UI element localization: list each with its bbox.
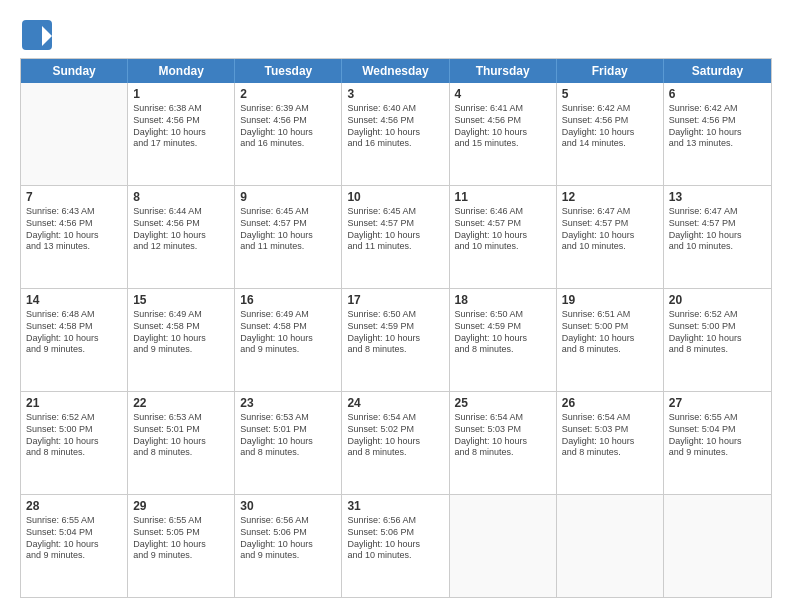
calendar-cell: 11Sunrise: 6:46 AM Sunset: 4:57 PM Dayli… (450, 186, 557, 288)
day-number: 10 (347, 189, 443, 205)
weekday-header: Wednesday (342, 59, 449, 83)
calendar-cell (21, 83, 128, 185)
day-number: 25 (455, 395, 551, 411)
calendar-cell: 6Sunrise: 6:42 AM Sunset: 4:56 PM Daylig… (664, 83, 771, 185)
calendar-cell: 23Sunrise: 6:53 AM Sunset: 5:01 PM Dayli… (235, 392, 342, 494)
day-number: 20 (669, 292, 766, 308)
calendar-cell: 16Sunrise: 6:49 AM Sunset: 4:58 PM Dayli… (235, 289, 342, 391)
calendar-cell: 14Sunrise: 6:48 AM Sunset: 4:58 PM Dayli… (21, 289, 128, 391)
day-info: Sunrise: 6:50 AM Sunset: 4:59 PM Dayligh… (347, 309, 443, 356)
day-number: 9 (240, 189, 336, 205)
day-number: 21 (26, 395, 122, 411)
day-info: Sunrise: 6:49 AM Sunset: 4:58 PM Dayligh… (240, 309, 336, 356)
day-info: Sunrise: 6:42 AM Sunset: 4:56 PM Dayligh… (669, 103, 766, 150)
day-info: Sunrise: 6:46 AM Sunset: 4:57 PM Dayligh… (455, 206, 551, 253)
day-info: Sunrise: 6:45 AM Sunset: 4:57 PM Dayligh… (347, 206, 443, 253)
day-info: Sunrise: 6:54 AM Sunset: 5:03 PM Dayligh… (455, 412, 551, 459)
calendar-row: 7Sunrise: 6:43 AM Sunset: 4:56 PM Daylig… (21, 186, 771, 289)
day-number: 30 (240, 498, 336, 514)
calendar-row: 1Sunrise: 6:38 AM Sunset: 4:56 PM Daylig… (21, 83, 771, 186)
calendar-cell: 31Sunrise: 6:56 AM Sunset: 5:06 PM Dayli… (342, 495, 449, 597)
day-info: Sunrise: 6:42 AM Sunset: 4:56 PM Dayligh… (562, 103, 658, 150)
calendar-cell: 1Sunrise: 6:38 AM Sunset: 4:56 PM Daylig… (128, 83, 235, 185)
calendar-cell: 28Sunrise: 6:55 AM Sunset: 5:04 PM Dayli… (21, 495, 128, 597)
day-info: Sunrise: 6:52 AM Sunset: 5:00 PM Dayligh… (26, 412, 122, 459)
day-number: 8 (133, 189, 229, 205)
day-info: Sunrise: 6:56 AM Sunset: 5:06 PM Dayligh… (347, 515, 443, 562)
calendar-cell (450, 495, 557, 597)
day-number: 28 (26, 498, 122, 514)
calendar-cell: 27Sunrise: 6:55 AM Sunset: 5:04 PM Dayli… (664, 392, 771, 494)
calendar-cell: 20Sunrise: 6:52 AM Sunset: 5:00 PM Dayli… (664, 289, 771, 391)
calendar-cell: 10Sunrise: 6:45 AM Sunset: 4:57 PM Dayli… (342, 186, 449, 288)
calendar-cell (557, 495, 664, 597)
day-number: 3 (347, 86, 443, 102)
calendar-cell: 17Sunrise: 6:50 AM Sunset: 4:59 PM Dayli… (342, 289, 449, 391)
day-info: Sunrise: 6:41 AM Sunset: 4:56 PM Dayligh… (455, 103, 551, 150)
calendar-cell: 12Sunrise: 6:47 AM Sunset: 4:57 PM Dayli… (557, 186, 664, 288)
calendar-cell: 3Sunrise: 6:40 AM Sunset: 4:56 PM Daylig… (342, 83, 449, 185)
calendar-header: SundayMondayTuesdayWednesdayThursdayFrid… (21, 59, 771, 83)
day-number: 23 (240, 395, 336, 411)
calendar-cell: 29Sunrise: 6:55 AM Sunset: 5:05 PM Dayli… (128, 495, 235, 597)
calendar-cell: 24Sunrise: 6:54 AM Sunset: 5:02 PM Dayli… (342, 392, 449, 494)
day-info: Sunrise: 6:52 AM Sunset: 5:00 PM Dayligh… (669, 309, 766, 356)
calendar-cell: 22Sunrise: 6:53 AM Sunset: 5:01 PM Dayli… (128, 392, 235, 494)
calendar-cell: 8Sunrise: 6:44 AM Sunset: 4:56 PM Daylig… (128, 186, 235, 288)
day-number: 6 (669, 86, 766, 102)
calendar-cell: 18Sunrise: 6:50 AM Sunset: 4:59 PM Dayli… (450, 289, 557, 391)
day-info: Sunrise: 6:45 AM Sunset: 4:57 PM Dayligh… (240, 206, 336, 253)
day-number: 18 (455, 292, 551, 308)
calendar-cell: 7Sunrise: 6:43 AM Sunset: 4:56 PM Daylig… (21, 186, 128, 288)
calendar-body: 1Sunrise: 6:38 AM Sunset: 4:56 PM Daylig… (21, 83, 771, 597)
day-number: 13 (669, 189, 766, 205)
day-info: Sunrise: 6:54 AM Sunset: 5:02 PM Dayligh… (347, 412, 443, 459)
calendar-cell: 25Sunrise: 6:54 AM Sunset: 5:03 PM Dayli… (450, 392, 557, 494)
day-number: 11 (455, 189, 551, 205)
calendar-cell (664, 495, 771, 597)
day-info: Sunrise: 6:47 AM Sunset: 4:57 PM Dayligh… (669, 206, 766, 253)
day-info: Sunrise: 6:53 AM Sunset: 5:01 PM Dayligh… (133, 412, 229, 459)
day-number: 16 (240, 292, 336, 308)
day-info: Sunrise: 6:51 AM Sunset: 5:00 PM Dayligh… (562, 309, 658, 356)
calendar-row: 14Sunrise: 6:48 AM Sunset: 4:58 PM Dayli… (21, 289, 771, 392)
calendar-cell: 15Sunrise: 6:49 AM Sunset: 4:58 PM Dayli… (128, 289, 235, 391)
day-number: 14 (26, 292, 122, 308)
calendar-cell: 13Sunrise: 6:47 AM Sunset: 4:57 PM Dayli… (664, 186, 771, 288)
calendar-row: 21Sunrise: 6:52 AM Sunset: 5:00 PM Dayli… (21, 392, 771, 495)
day-info: Sunrise: 6:54 AM Sunset: 5:03 PM Dayligh… (562, 412, 658, 459)
day-info: Sunrise: 6:47 AM Sunset: 4:57 PM Dayligh… (562, 206, 658, 253)
day-info: Sunrise: 6:43 AM Sunset: 4:56 PM Dayligh… (26, 206, 122, 253)
weekday-header: Friday (557, 59, 664, 83)
day-number: 5 (562, 86, 658, 102)
calendar: SundayMondayTuesdayWednesdayThursdayFrid… (20, 58, 772, 598)
day-number: 31 (347, 498, 443, 514)
day-number: 26 (562, 395, 658, 411)
weekday-header: Saturday (664, 59, 771, 83)
day-number: 17 (347, 292, 443, 308)
calendar-cell: 4Sunrise: 6:41 AM Sunset: 4:56 PM Daylig… (450, 83, 557, 185)
weekday-header: Tuesday (235, 59, 342, 83)
day-info: Sunrise: 6:48 AM Sunset: 4:58 PM Dayligh… (26, 309, 122, 356)
day-number: 29 (133, 498, 229, 514)
day-info: Sunrise: 6:50 AM Sunset: 4:59 PM Dayligh… (455, 309, 551, 356)
day-number: 27 (669, 395, 766, 411)
page-header (20, 18, 772, 48)
logo-icon (20, 18, 50, 48)
calendar-cell: 9Sunrise: 6:45 AM Sunset: 4:57 PM Daylig… (235, 186, 342, 288)
day-info: Sunrise: 6:55 AM Sunset: 5:05 PM Dayligh… (133, 515, 229, 562)
day-number: 24 (347, 395, 443, 411)
day-info: Sunrise: 6:55 AM Sunset: 5:04 PM Dayligh… (26, 515, 122, 562)
calendar-cell: 30Sunrise: 6:56 AM Sunset: 5:06 PM Dayli… (235, 495, 342, 597)
day-number: 12 (562, 189, 658, 205)
calendar-cell: 21Sunrise: 6:52 AM Sunset: 5:00 PM Dayli… (21, 392, 128, 494)
day-info: Sunrise: 6:44 AM Sunset: 4:56 PM Dayligh… (133, 206, 229, 253)
calendar-row: 28Sunrise: 6:55 AM Sunset: 5:04 PM Dayli… (21, 495, 771, 597)
weekday-header: Thursday (450, 59, 557, 83)
day-number: 19 (562, 292, 658, 308)
day-number: 15 (133, 292, 229, 308)
day-info: Sunrise: 6:53 AM Sunset: 5:01 PM Dayligh… (240, 412, 336, 459)
day-number: 2 (240, 86, 336, 102)
calendar-cell: 2Sunrise: 6:39 AM Sunset: 4:56 PM Daylig… (235, 83, 342, 185)
weekday-header: Sunday (21, 59, 128, 83)
